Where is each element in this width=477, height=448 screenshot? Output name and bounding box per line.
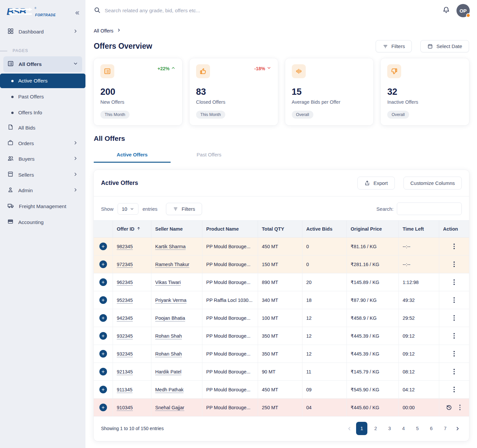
- seller-name-link[interactable]: Hardik Patel: [155, 369, 182, 374]
- offers-table: Offer IDSeller NameProduct NameTotal QTY…: [94, 220, 469, 417]
- chevron-down-icon: [267, 66, 271, 71]
- row-menu-kebab-icon[interactable]: [451, 386, 457, 393]
- page-size-select[interactable]: 10: [118, 203, 139, 215]
- column-header-seller-name[interactable]: Seller Name: [151, 221, 202, 238]
- column-header-action[interactable]: Action: [439, 221, 469, 238]
- expand-row-button[interactable]: +: [99, 386, 107, 393]
- stat-period-badge: This Month: [196, 111, 225, 119]
- tab-active-offers[interactable]: Active Offers: [94, 148, 171, 163]
- offer-id-link[interactable]: 972345: [117, 262, 133, 267]
- row-menu-kebab-icon[interactable]: [457, 404, 463, 411]
- row-menu-kebab-icon[interactable]: [451, 297, 457, 304]
- row-menu-kebab-icon[interactable]: [451, 279, 457, 286]
- pagination-page-6[interactable]: 6: [426, 422, 437, 435]
- export-button[interactable]: Export: [357, 177, 395, 190]
- sidebar-item-all-bids[interactable]: All Bids: [3, 120, 82, 136]
- active-bids: 0: [306, 244, 309, 249]
- seller-name-link[interactable]: Priyank Verma: [155, 298, 186, 303]
- time-left: 29:52: [403, 315, 415, 321]
- sidebar-section-label: PAGES: [3, 48, 82, 53]
- row-menu-kebab-icon[interactable]: [451, 261, 457, 268]
- global-search-input[interactable]: [105, 8, 244, 14]
- expand-row-button[interactable]: +: [99, 296, 107, 304]
- delta-badge[interactable]: +22%: [158, 66, 176, 71]
- column-header-total-qty[interactable]: Total QTY: [258, 221, 302, 238]
- row-menu-kebab-icon[interactable]: [451, 332, 457, 339]
- table-filters-button[interactable]: Filters: [166, 203, 202, 215]
- select-date-button[interactable]: Select Date: [420, 40, 469, 52]
- column-header-active-bids[interactable]: Active Bids: [302, 221, 346, 238]
- total-qty: 450 MT: [262, 244, 278, 249]
- offer-id-link[interactable]: 911345: [117, 387, 132, 392]
- tab-past-offers[interactable]: Past Offers: [171, 148, 247, 163]
- offer-id-link[interactable]: 942345: [117, 315, 133, 321]
- sidebar-subitem-offers-info[interactable]: Offers Info: [3, 105, 82, 120]
- sidebar-item-orders[interactable]: Orders: [3, 136, 82, 151]
- seller-name-link[interactable]: Medh Pathak: [155, 387, 184, 392]
- seller-name-link[interactable]: Snehal Gajjar: [155, 405, 185, 410]
- sidebar-subitem-label: Active Offers: [18, 78, 47, 84]
- pagination-page-3[interactable]: 3: [384, 422, 395, 435]
- offer-id-link[interactable]: 932345: [117, 351, 133, 357]
- total-qty: 250 MT: [262, 405, 278, 410]
- sidebar-item-all-offers[interactable]: All Offers: [3, 56, 82, 72]
- table-search-input[interactable]: [397, 202, 462, 215]
- seller-name-link[interactable]: Poojan Bhatia: [155, 315, 185, 321]
- notification-bell-icon[interactable]: [443, 6, 450, 15]
- sidebar-item-admin[interactable]: Admin: [3, 183, 82, 198]
- user-avatar[interactable]: OP: [456, 4, 470, 17]
- sidebar: BSB ® FORTRADE Dashboard: [0, 0, 85, 448]
- seller-name-link[interactable]: Rohan Shah: [155, 351, 182, 357]
- offer-id-link[interactable]: 952345: [117, 298, 133, 303]
- seller-name-link[interactable]: Vikas Tiwari: [155, 280, 181, 285]
- offer-id-link[interactable]: 932345: [117, 333, 133, 339]
- pagination-page-2[interactable]: 2: [370, 422, 381, 435]
- sidebar-subitem-active-offers[interactable]: Active Offers: [0, 74, 85, 88]
- pagination-page-4[interactable]: 4: [398, 422, 409, 435]
- column-header-original-price[interactable]: Original Price: [346, 221, 398, 238]
- column-header-product-name[interactable]: Product Name: [202, 221, 258, 238]
- seller-name-link[interactable]: Rohan Shah: [155, 333, 182, 339]
- seller-name-link[interactable]: Ramesh Thakur: [155, 262, 189, 267]
- pagination-prev-icon[interactable]: [345, 424, 353, 433]
- row-menu-kebab-icon[interactable]: [451, 350, 457, 357]
- expand-row-button[interactable]: +: [99, 278, 107, 286]
- offer-id-link[interactable]: 921345: [117, 369, 133, 374]
- expand-row-button[interactable]: +: [99, 368, 107, 375]
- expand-row-button[interactable]: +: [99, 332, 107, 340]
- expand-row-button[interactable]: +: [99, 404, 107, 411]
- expand-row-button[interactable]: +: [99, 314, 107, 322]
- sidebar-subitem-past-offers[interactable]: Past Offers: [3, 89, 82, 104]
- seller-name-link[interactable]: Kartik Sharma: [155, 244, 186, 249]
- filters-button[interactable]: Filters: [376, 40, 412, 52]
- sidebar-item-freight-management[interactable]: Freight Management: [3, 198, 82, 214]
- breadcrumb-all-offers[interactable]: All Offers: [94, 28, 113, 33]
- sidebar-item-label: All Offers: [19, 61, 68, 67]
- offer-id-link[interactable]: 910345: [117, 405, 133, 410]
- customize-columns-button[interactable]: Customize Columns: [403, 177, 462, 190]
- sidebar-collapse-icon[interactable]: [74, 10, 80, 16]
- pagination-page-5[interactable]: 5: [412, 422, 423, 435]
- offer-id-link[interactable]: 982345: [117, 244, 133, 249]
- sidebar-item-buyers[interactable]: Buyers: [3, 151, 82, 167]
- expand-row-button[interactable]: +: [99, 243, 107, 250]
- row-menu-kebab-icon[interactable]: [451, 243, 457, 250]
- filters-button-label: Filters: [392, 43, 405, 49]
- column-header-offer-id[interactable]: Offer ID: [113, 221, 151, 238]
- pagination-next-icon[interactable]: [453, 424, 462, 433]
- row-menu-kebab-icon[interactable]: [451, 314, 457, 321]
- expand-row-button[interactable]: +: [99, 260, 107, 268]
- column-header-time-left[interactable]: Time Left: [398, 221, 439, 238]
- sidebar-item-accounting[interactable]: Accounting: [3, 214, 82, 230]
- online-status-dot: [466, 13, 470, 18]
- pagination-page-7[interactable]: 7: [440, 422, 451, 435]
- sidebar-item-dashboard[interactable]: Dashboard: [3, 24, 82, 40]
- page-size-value: 10: [122, 206, 128, 212]
- offer-id-link[interactable]: 962345: [117, 280, 133, 285]
- sidebar-item-sellers[interactable]: Sellers: [3, 167, 82, 183]
- history-icon[interactable]: [446, 404, 452, 411]
- row-menu-kebab-icon[interactable]: [451, 368, 457, 375]
- delta-badge[interactable]: -18%: [254, 66, 271, 71]
- expand-row-button[interactable]: +: [99, 350, 107, 358]
- pagination-page-1[interactable]: 1: [356, 422, 367, 435]
